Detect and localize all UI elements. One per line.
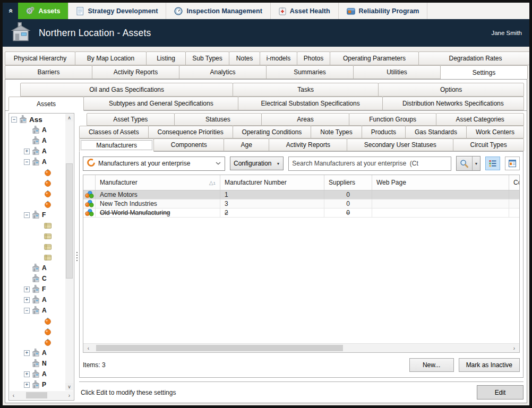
tab-barriers[interactable]: Barriers (5, 65, 92, 79)
tab-work-centers[interactable]: Work Centers (466, 126, 524, 138)
tab-distribution-networks-specifications[interactable]: Distribution Networks Specifications (382, 97, 524, 110)
tree-node[interactable]: N (10, 358, 65, 369)
scroll-right-arrow-icon[interactable]: › (66, 393, 73, 398)
scroll-left-arrow-icon[interactable]: ‹ (85, 345, 92, 351)
tab-by-map-location[interactable]: By Map Location (75, 51, 147, 65)
tab-asset-categories[interactable]: Asset Categories (436, 113, 524, 126)
module-tab-reliability-program[interactable]: Reliability Program (339, 3, 428, 19)
tree-node[interactable]: +F (10, 284, 65, 294)
tab-statuses[interactable]: Statuses (174, 113, 262, 126)
tab-manufacturers[interactable]: Manufacturers (79, 138, 154, 152)
scroll-thumb[interactable] (66, 163, 73, 279)
tab-i-models[interactable]: i-models (260, 51, 297, 65)
scroll-thumb[interactable] (96, 345, 343, 351)
tab-oil-and-gas-specifications[interactable]: Oil and Gas Specifications (20, 83, 233, 97)
tab-age[interactable]: Age (224, 138, 269, 151)
tree-node[interactable] (10, 231, 65, 241)
tab-settings[interactable]: Settings (440, 65, 528, 79)
tree-node[interactable] (10, 316, 65, 326)
search-options-arrow-icon[interactable]: ▼ (473, 162, 480, 166)
tree-node[interactable]: +A (10, 369, 65, 379)
tree-node[interactable]: +P (10, 379, 65, 390)
tree-node[interactable]: +A (10, 348, 65, 358)
tree-node[interactable]: +A (10, 294, 65, 305)
header-contact[interactable]: Conta (509, 175, 519, 190)
tab-assets[interactable]: Assets (8, 97, 84, 111)
tree-node[interactable]: −A (10, 157, 65, 167)
header-web-page[interactable]: Web Page (372, 175, 509, 190)
tab-degradation-rates[interactable]: Degradation Rates (418, 51, 529, 65)
tree-node[interactable] (10, 167, 65, 178)
collapse-minus-icon[interactable]: − (24, 308, 30, 314)
detail-view-button[interactable] (505, 157, 520, 170)
tab-operating-conditions[interactable]: Operating Conditions (233, 126, 312, 138)
tree-node[interactable]: −A (10, 305, 65, 316)
tab-photos[interactable]: Photos (297, 51, 330, 65)
tab-analytics[interactable]: Analytics (179, 65, 267, 79)
tree-node[interactable] (10, 252, 65, 263)
header-manufacturer[interactable]: Manufacturer △1 (96, 175, 220, 190)
collapse-minus-icon[interactable]: − (24, 212, 30, 218)
module-tab-strategy-development[interactable]: Strategy Development (68, 3, 166, 19)
table-row-old-world-manufacturing[interactable]: Old World Manufacturing20 (83, 209, 519, 218)
scroll-left-arrow-icon[interactable]: ‹ (10, 393, 17, 398)
module-tab-asset-health[interactable]: Asset Health (271, 3, 339, 19)
tab-electrical-substation-specifications[interactable]: Electrical Substation Specifications (238, 97, 382, 110)
tab-function-groups[interactable]: Function Groups (349, 113, 437, 126)
tab-secondary-user-statuses[interactable]: Secondary User Statuses (347, 138, 453, 151)
tab-sub-types[interactable]: Sub Types (185, 51, 229, 65)
current-user[interactable]: Jane Smith (491, 30, 522, 36)
tree-vertical-scrollbar[interactable]: ∧ ∨ (65, 114, 73, 390)
expand-plus-icon[interactable]: + (24, 382, 30, 388)
tree-horizontal-scrollbar[interactable]: ‹ › (10, 391, 73, 400)
tab-consequence-priorities[interactable]: Consequence Priorities (148, 126, 233, 138)
list-view-button[interactable] (485, 157, 500, 170)
tree-node[interactable] (10, 220, 65, 231)
tree-node[interactable] (10, 188, 65, 199)
tab-gas-standards[interactable]: Gas Standards (405, 126, 467, 138)
tree-node[interactable]: A (10, 263, 65, 273)
tab-utilities[interactable]: Utilities (353, 65, 441, 79)
header-suppliers[interactable]: Suppliers (324, 175, 372, 190)
tab-areas[interactable]: Areas (261, 113, 349, 126)
search-input[interactable] (289, 157, 451, 170)
scroll-right-arrow-icon[interactable]: › (511, 345, 518, 351)
module-tab-inspection-management[interactable]: Inspection Management (166, 3, 270, 19)
tree-node[interactable]: +A (10, 146, 65, 157)
scope-dropdown[interactable]: Manufacturers at your enterprise (83, 157, 225, 171)
tab-summaries[interactable]: Summaries (266, 65, 354, 79)
tab-options[interactable]: Options (378, 83, 524, 97)
tab-physical-hierarchy[interactable]: Physical Hierarchy (5, 51, 75, 65)
tree-node[interactable]: A (10, 125, 65, 135)
table-row-new-tech-industries[interactable]: New Tech Industries30 (83, 199, 519, 209)
expand-plus-icon[interactable]: + (24, 371, 30, 377)
scroll-down-arrow-icon[interactable]: ∨ (65, 383, 73, 390)
grid-horizontal-scrollbar[interactable]: ‹ › (83, 343, 519, 352)
tab-listing[interactable]: Listing (146, 51, 186, 65)
tab-products[interactable]: Products (362, 126, 406, 138)
panel-splitter[interactable] (74, 112, 79, 401)
header-manufacturer-number[interactable]: Manufacturer Number (220, 175, 324, 190)
tree-node[interactable] (10, 199, 65, 210)
tree-node[interactable]: A (10, 135, 65, 146)
expand-plus-icon[interactable]: + (24, 350, 30, 356)
tree-node[interactable] (10, 337, 65, 348)
tab-activity-reports[interactable]: Activity Reports (92, 65, 179, 79)
tab-note-types[interactable]: Note Types (311, 126, 362, 138)
expand-plus-icon[interactable]: + (24, 297, 30, 303)
collapse-minus-icon[interactable]: − (24, 159, 30, 165)
edit-button[interactable]: Edit (477, 385, 524, 400)
collapse-ribbon-button[interactable]: » (3, 3, 18, 19)
tab-activity-reports[interactable]: Activity Reports (269, 138, 347, 151)
tab-subtypes-and-general-specifications[interactable]: Subtypes and General Specifications (83, 97, 238, 110)
new-button[interactable]: New... (409, 358, 454, 372)
tab-circuit-types[interactable]: Circuit Types (453, 138, 524, 151)
tab-asset-types[interactable]: Asset Types (87, 113, 175, 126)
tree-node[interactable] (10, 326, 65, 337)
tree-node[interactable]: −Ass (10, 114, 65, 125)
expand-plus-icon[interactable]: + (24, 287, 30, 292)
expand-plus-icon[interactable]: + (24, 149, 30, 154)
configuration-button[interactable]: Configuration ▼ (230, 157, 284, 170)
tab-operating-parameters[interactable]: Operating Parameters (330, 51, 419, 65)
mark-as-inactive-button[interactable]: Mark as Inactive (459, 358, 520, 372)
